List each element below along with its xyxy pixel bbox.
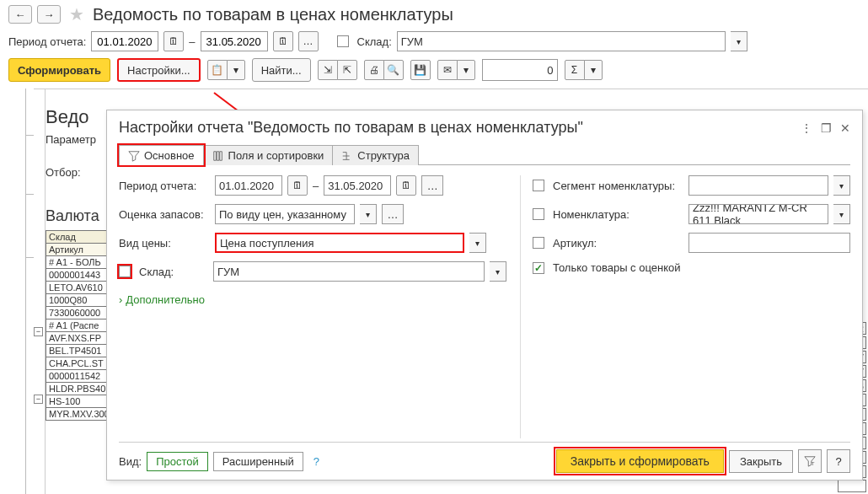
nav-forward-button[interactable]: →: [37, 5, 61, 24]
dlg-warehouse-dd-icon[interactable]: ▾: [490, 261, 506, 282]
dlg-period-more[interactable]: …: [421, 175, 443, 196]
dlg-cal-from-icon[interactable]: 🗓: [287, 175, 308, 196]
dialog-close-icon[interactable]: ✕: [840, 121, 850, 135]
date-from-field[interactable]: [91, 31, 158, 51]
dlg-period-label: Период отчета:: [119, 180, 210, 192]
settings-button[interactable]: Настройки...: [117, 58, 201, 82]
view-advanced-button[interactable]: Расширенный: [213, 452, 303, 471]
clipboard-icon[interactable]: 📋: [207, 60, 228, 80]
dlg-stock-dd-icon[interactable]: ▾: [360, 204, 377, 224]
dlg-warehouse-field[interactable]: ГУМ: [213, 261, 485, 282]
sigma-icon[interactable]: Σ: [565, 60, 585, 80]
mail-icon[interactable]: ✉: [437, 60, 458, 80]
collapse-list-icon[interactable]: ⇱: [337, 60, 357, 80]
dlg-more-link[interactable]: › Дополнительно: [119, 293, 506, 306]
svg-text:T: T: [812, 460, 815, 466]
view-label: Вид:: [119, 455, 142, 468]
nomen-field[interactable]: Zzz!!! MARANTZ M-CR 611 Black: [689, 204, 828, 224]
segment-checkbox[interactable]: [533, 180, 544, 191]
page-title: Ведомость по товарам в ценах номенклатур…: [93, 5, 453, 24]
article-field[interactable]: [689, 233, 850, 253]
period-label: Период отчета:: [8, 35, 86, 48]
dlg-stock-label: Оценка запасов:: [119, 208, 210, 221]
segment-field[interactable]: [689, 175, 828, 196]
dlg-warehouse-checkbox[interactable]: [119, 266, 131, 277]
dlg-cal-to-icon[interactable]: 🗓: [396, 175, 416, 196]
segment-dd-icon[interactable]: ▾: [833, 175, 850, 196]
help-link[interactable]: ?: [313, 455, 319, 468]
clipboard-menu-icon[interactable]: ▾: [227, 60, 245, 80]
tab-fields[interactable]: Поля и сортировки: [203, 145, 334, 165]
warehouse-checkbox[interactable]: [337, 35, 349, 47]
dlg-date-to[interactable]: 31.05.2020: [324, 175, 391, 196]
tab-structure[interactable]: Структура: [332, 145, 419, 165]
article-checkbox[interactable]: [533, 237, 544, 249]
print-icon[interactable]: 🖨: [364, 60, 384, 80]
only-goods-checkbox[interactable]: [533, 262, 544, 274]
settings-dialog: Настройки отчета "Ведомость по товарам в…: [106, 110, 863, 481]
only-goods-label: Только товары с оценкой: [553, 261, 681, 274]
expand-list-icon[interactable]: ⇲: [318, 60, 338, 80]
dlg-price-label: Вид цены:: [119, 237, 210, 250]
view-simple-button[interactable]: Простой: [147, 452, 208, 471]
filter-settings-icon[interactable]: T: [798, 449, 822, 473]
chevron-right-icon: ›: [119, 293, 122, 306]
warehouse-field[interactable]: ГУМ: [397, 31, 726, 51]
warehouse-dropdown-icon[interactable]: ▾: [731, 31, 747, 51]
article-label: Артикул:: [553, 237, 683, 250]
tab-main[interactable]: Основное: [119, 145, 204, 165]
columns-icon: [212, 150, 224, 162]
favorite-star-icon[interactable]: ★: [69, 4, 84, 24]
counter-field[interactable]: 0: [482, 59, 558, 81]
close-button[interactable]: Закрыть: [729, 450, 793, 473]
mail-menu-icon[interactable]: ▾: [457, 60, 475, 80]
segment-label: Сегмент номенклатуры:: [553, 180, 683, 192]
close-and-generate-button[interactable]: Закрыть и сформировать: [556, 449, 724, 473]
dlg-price-dd-icon[interactable]: ▾: [469, 233, 486, 253]
save-icon[interactable]: 💾: [410, 60, 431, 80]
dlg-price-field[interactable]: Цена поступления: [215, 233, 464, 253]
preview-icon[interactable]: 🔍: [383, 60, 404, 80]
dialog-menu-icon[interactable]: ⋮: [801, 121, 812, 135]
dialog-restore-icon[interactable]: ❐: [821, 121, 832, 135]
period-more-button[interactable]: …: [298, 31, 319, 51]
calendar-to-icon[interactable]: 🗓: [273, 31, 293, 51]
dlg-stock-more[interactable]: …: [382, 204, 404, 224]
nomen-checkbox[interactable]: [533, 208, 544, 220]
date-to-field[interactable]: [201, 31, 268, 51]
generate-button[interactable]: Сформировать: [8, 58, 110, 82]
nomen-label: Номенклатура:: [553, 208, 683, 221]
calendar-from-icon[interactable]: 🗓: [163, 31, 184, 51]
dlg-warehouse-label: Склад:: [139, 266, 208, 278]
nomen-dd-icon[interactable]: ▾: [833, 204, 850, 224]
dlg-stock-field[interactable]: По виду цен, указанному: [215, 204, 355, 224]
warehouse-label: Склад:: [357, 35, 392, 48]
dialog-title: Настройки отчета "Ведомость по товарам в…: [119, 119, 801, 137]
tree-icon: [341, 150, 353, 162]
dlg-date-from[interactable]: 01.01.2020: [215, 175, 282, 196]
date-dash: –: [189, 35, 195, 48]
nav-back-button[interactable]: ←: [8, 5, 32, 24]
sigma-menu-icon[interactable]: ▾: [584, 60, 603, 80]
find-button[interactable]: Найти...: [252, 58, 311, 82]
help-button[interactable]: ?: [827, 449, 850, 473]
filter-icon: [128, 150, 140, 162]
